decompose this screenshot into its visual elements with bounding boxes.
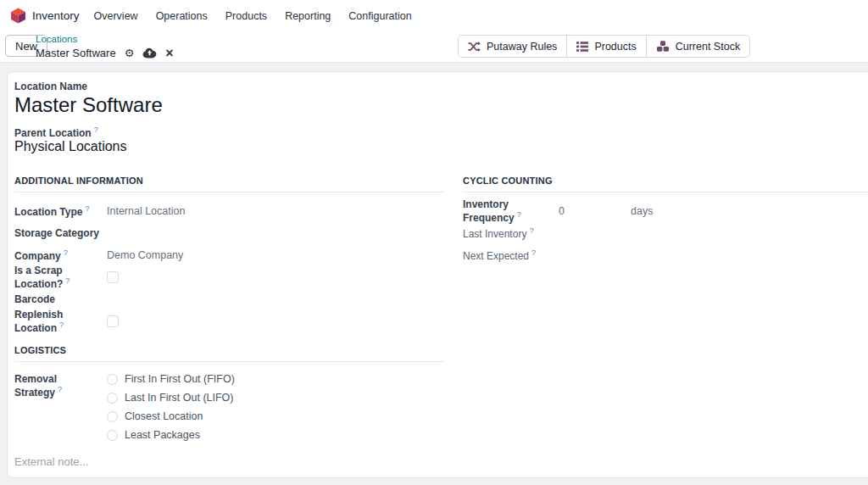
next-expected-label: Next Expected? — [463, 248, 559, 262]
company-field[interactable]: Demo Company — [107, 249, 183, 261]
inventory-frequency-label: Inventory Frequency? — [463, 198, 559, 224]
top-navbar: Inventory Overview Operations Products R… — [0, 0, 868, 31]
field-row-location-type: Location Type? Internal Location — [14, 200, 444, 222]
storage-category-label: Storage Category — [14, 227, 107, 239]
replenish-location-checkbox[interactable] — [107, 315, 119, 327]
storage-category-field[interactable] — [107, 227, 209, 239]
removal-strategy-label: Removal Strategy? — [14, 370, 107, 444]
gear-icon[interactable]: ⚙ — [125, 47, 135, 59]
field-row-scrap-location: Is a Scrap Location?? — [14, 266, 444, 288]
breadcrumb: Locations Master Software ⚙ × — [36, 34, 174, 60]
nav-item-reporting[interactable]: Reporting — [283, 7, 332, 25]
location-type-select[interactable]: Internal Location — [107, 205, 185, 217]
nav-item-overview[interactable]: Overview — [92, 7, 140, 25]
company-label: Company? — [14, 248, 107, 262]
help-icon: ? — [58, 385, 62, 393]
field-row-last-inventory: Last Inventory? — [463, 222, 868, 244]
inventory-app-icon[interactable] — [10, 8, 26, 24]
location-name-input[interactable]: Master Software — [14, 92, 163, 118]
help-icon: ? — [517, 210, 521, 219]
field-row-next-expected: Next Expected? — [463, 244, 868, 266]
location-type-label: Location Type? — [14, 204, 107, 218]
nav-item-configuration[interactable]: Configuration — [347, 7, 413, 25]
shuffle-icon — [468, 42, 481, 52]
removal-strategy-option-lifo[interactable]: Last In First Out (LIFO) — [107, 388, 235, 407]
help-icon: ? — [65, 276, 70, 285]
putaway-rules-label: Putaway Rules — [487, 41, 557, 53]
additional-information-title: ADDITIONAL INFORMATION — [14, 176, 444, 192]
help-icon: ? — [94, 125, 98, 134]
replenish-location-label: Replenish Location? — [14, 309, 107, 334]
parent-location-label: Parent Location? — [14, 125, 98, 139]
list-icon — [576, 42, 588, 52]
radio-icon[interactable] — [107, 411, 118, 422]
products-button[interactable]: Products — [566, 35, 646, 58]
field-row-company: Company? Demo Company — [14, 244, 444, 266]
current-stock-button[interactable]: Current Stock — [646, 35, 750, 58]
breadcrumb-link-locations[interactable]: Locations — [36, 34, 174, 45]
discard-icon[interactable]: × — [165, 48, 173, 59]
putaway-rules-button[interactable]: Putaway Rules — [458, 35, 567, 58]
field-row-barcode: Barcode — [14, 288, 444, 310]
current-stock-label: Current Stock — [676, 41, 740, 53]
barcode-field[interactable] — [107, 293, 209, 305]
breadcrumb-current-record: Master Software — [36, 46, 116, 60]
section-logistics: LOGISTICS Removal Strategy? First In Fir… — [14, 345, 444, 444]
field-row-inventory-frequency: Inventory Frequency? 0 days — [463, 200, 868, 222]
control-panel: New Locations Master Software ⚙ × — [0, 31, 868, 63]
scrap-location-checkbox[interactable] — [107, 271, 119, 283]
next-expected-field — [559, 249, 660, 261]
location-name-label: Location Name — [14, 81, 87, 92]
smart-button-group: Putaway Rules Products — [458, 35, 750, 58]
help-icon: ? — [529, 226, 533, 235]
save-cloud-upload-icon[interactable] — [142, 47, 157, 59]
nav-item-products[interactable]: Products — [224, 7, 269, 25]
section-cyclic-counting: CYCLIC COUNTING Inventory Frequency? 0 d… — [463, 176, 868, 266]
cube-logo-icon — [10, 8, 26, 24]
radio-icon[interactable] — [107, 374, 118, 385]
page: Inventory Overview Operations Products R… — [0, 0, 868, 485]
last-inventory-field — [559, 227, 660, 239]
help-icon: ? — [531, 248, 536, 257]
help-icon: ? — [85, 204, 89, 213]
field-row-removal-strategy: Removal Strategy? First In First Out (FI… — [14, 370, 444, 444]
removal-strategy-option-fifo[interactable]: First In First Out (FIFO) — [107, 370, 235, 388]
field-row-replenish-location: Replenish Location? — [14, 310, 444, 332]
scrap-location-label: Is a Scrap Location?? — [14, 265, 107, 290]
removal-strategy-option-closest-location[interactable]: Closest Location — [107, 407, 235, 426]
help-icon: ? — [59, 321, 64, 329]
radio-icon[interactable] — [107, 393, 118, 404]
removal-strategy-options: First In First Out (FIFO) Last In First … — [107, 370, 235, 444]
cubes-icon — [656, 41, 670, 52]
logistics-title: LOGISTICS — [14, 345, 444, 362]
barcode-label: Barcode — [14, 293, 107, 305]
parent-location-input[interactable]: Physical Locations — [14, 139, 127, 154]
inventory-frequency-input[interactable]: 0 — [559, 205, 631, 217]
nav-item-operations[interactable]: Operations — [154, 7, 209, 25]
products-label: Products — [594, 41, 636, 53]
removal-strategy-option-least-packages[interactable]: Least Packages — [107, 426, 235, 444]
radio-icon[interactable] — [107, 430, 118, 441]
external-note-input[interactable]: External note... — [14, 455, 88, 468]
location-form-sheet: Location Name Master Software Parent Loc… — [7, 71, 868, 478]
cyclic-counting-title: CYCLIC COUNTING — [463, 176, 868, 192]
help-icon: ? — [64, 248, 68, 257]
inventory-frequency-unit: days — [631, 205, 653, 217]
field-row-storage-category: Storage Category — [14, 222, 444, 244]
app-name[interactable]: Inventory — [32, 9, 80, 22]
last-inventory-label: Last Inventory? — [463, 226, 559, 240]
section-additional-information: ADDITIONAL INFORMATION Location Type? In… — [14, 176, 444, 332]
nav-menu: Overview Operations Products Reporting C… — [92, 7, 414, 25]
